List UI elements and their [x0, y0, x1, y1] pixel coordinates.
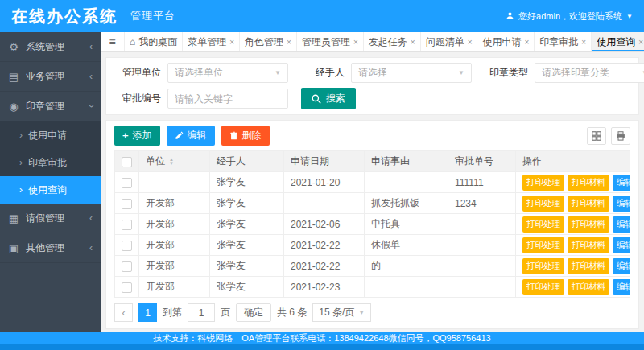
- table-row: 开发部张学友2021-02-06中托真打印处理打印材料编辑: [115, 214, 630, 235]
- chevron-down-icon: ▼: [358, 309, 365, 316]
- close-icon[interactable]: ×: [411, 38, 415, 47]
- cell-approval-no: [448, 277, 516, 298]
- cell-actions: 打印处理打印材料编辑: [516, 193, 630, 214]
- row-checkbox[interactable]: [122, 199, 132, 209]
- sidebar-item-seal-management[interactable]: ◉印章管理‹: [0, 92, 101, 121]
- sidebar-item-business-management[interactable]: ▤业务管理‹: [0, 62, 101, 92]
- search-button[interactable]: 搜索: [301, 88, 356, 109]
- row-checkbox[interactable]: [122, 241, 132, 251]
- total-count-label: 共 6 条: [277, 306, 307, 319]
- tab-menu-management[interactable]: 菜单管理×: [183, 32, 240, 51]
- tab-seal-approval[interactable]: 印章审批×: [535, 32, 592, 51]
- row-action-print-process[interactable]: 打印处理: [522, 258, 564, 274]
- unit-select[interactable]: 请选择单位 ▼: [167, 63, 288, 83]
- cell-actions: 打印处理打印材料编辑: [516, 214, 630, 235]
- columns-filter-icon[interactable]: [587, 127, 606, 145]
- tab-label: 发起任务: [369, 35, 407, 49]
- row-action-edit[interactable]: 编辑: [613, 175, 630, 191]
- user-menu[interactable]: 您好admin，欢迎登陆系统 ▼: [506, 10, 633, 23]
- row-action-print-process[interactable]: 打印处理: [522, 279, 564, 295]
- row-action-edit[interactable]: 编辑: [613, 216, 630, 233]
- sidebar-item-use-application[interactable]: ›使用申请: [0, 121, 101, 149]
- approval-no-input[interactable]: [175, 93, 281, 105]
- sidebar-subitem-label: 印章审批: [28, 156, 67, 170]
- cell-approval-no: [448, 256, 516, 277]
- table-row: 开发部张学友抓发托抓饭1234打印处理打印材料编辑: [115, 193, 630, 214]
- row-action-edit[interactable]: 编辑: [613, 237, 630, 253]
- tab-use-application[interactable]: 使用申请×: [477, 32, 535, 51]
- page-number-current[interactable]: 1: [138, 303, 157, 322]
- row-checkbox[interactable]: [122, 220, 132, 230]
- cell-unit: [139, 172, 210, 193]
- cell-apply-reason: [365, 172, 448, 193]
- user-greeting: 您好admin，欢迎登陆系统: [518, 10, 622, 23]
- sidebar-subitem-label: 使用申请: [28, 129, 67, 142]
- row-action-print-material[interactable]: 打印材料: [568, 237, 609, 253]
- select-all-checkbox[interactable]: [122, 157, 132, 167]
- tab-launch-task[interactable]: 发起任务×: [364, 32, 421, 51]
- sidebar-item-leave-management[interactable]: ▦请假管理‹: [0, 204, 101, 233]
- row-action-print-material[interactable]: 打印材料: [568, 216, 609, 233]
- cell-apply-reason: 中托真: [365, 214, 448, 235]
- sidebar-item-other-management[interactable]: ▣其他管理‹: [0, 233, 101, 263]
- jump-confirm-button[interactable]: 确定: [236, 303, 271, 322]
- row-action-edit[interactable]: 编辑: [613, 196, 630, 212]
- row-checkbox[interactable]: [122, 261, 132, 272]
- add-button[interactable]: + 添加: [114, 126, 160, 146]
- sidebar-item-label: 请假管理: [26, 212, 83, 225]
- row-action-print-process[interactable]: 打印处理: [522, 216, 564, 233]
- row-action-print-process[interactable]: 打印处理: [522, 196, 564, 212]
- row-action-print-process[interactable]: 打印处理: [522, 175, 564, 191]
- row-checkbox[interactable]: [122, 178, 132, 188]
- home-icon: ⌂: [130, 36, 135, 47]
- gear-icon: ⚙: [8, 41, 19, 53]
- chevron-down-icon: ▼: [458, 69, 464, 76]
- tab-label: 使用申请: [482, 35, 521, 49]
- delete-button[interactable]: 删除: [221, 126, 270, 146]
- cell-actions: 打印处理打印材料编辑: [516, 172, 630, 193]
- tab-use-query[interactable]: 使用查询×: [592, 32, 644, 51]
- table-row: 开发部张学友2021-02-23打印处理打印材料编辑: [115, 277, 630, 298]
- page-size-select[interactable]: 15 条/页 ▼: [312, 303, 371, 322]
- tab-admin-management[interactable]: 管理员管理×: [297, 32, 364, 51]
- edit-button[interactable]: 编辑: [167, 126, 215, 146]
- close-icon[interactable]: ×: [353, 38, 358, 47]
- close-icon[interactable]: ×: [229, 38, 234, 47]
- collapse-menu-icon[interactable]: ≡: [101, 32, 125, 51]
- close-icon[interactable]: ×: [287, 38, 291, 47]
- handler-select-placeholder: 请选择: [358, 66, 387, 80]
- row-action-print-process[interactable]: 打印处理: [522, 237, 564, 253]
- tab-role-management[interactable]: 角色管理×: [240, 32, 297, 51]
- row-action-print-material[interactable]: 打印材料: [568, 258, 609, 274]
- handler-select[interactable]: 请选择 ▼: [351, 63, 472, 83]
- filter-handler-label: 经手人: [298, 66, 345, 80]
- close-icon[interactable]: ×: [638, 38, 643, 47]
- print-icon[interactable]: [611, 127, 630, 145]
- close-icon[interactable]: ×: [468, 38, 473, 47]
- prev-page-button[interactable]: ‹: [114, 303, 133, 322]
- row-action-print-material[interactable]: 打印材料: [568, 196, 609, 212]
- sidebar-item-use-query[interactable]: ›使用查询: [0, 176, 101, 204]
- column-label: 经手人: [217, 155, 246, 167]
- row-checkbox[interactable]: [122, 282, 132, 293]
- table-toolbar: + 添加 编辑 删除: [114, 126, 630, 146]
- close-icon[interactable]: ×: [581, 38, 586, 47]
- tab-issue-list[interactable]: 问题清单×: [421, 32, 478, 51]
- sort-icon[interactable]: ▲▼: [169, 158, 174, 166]
- folder-icon: ▣: [8, 242, 19, 254]
- close-icon[interactable]: ×: [524, 38, 529, 47]
- seal-type-select[interactable]: 请选择印章分类 ▼: [535, 63, 644, 83]
- row-action-print-material[interactable]: 打印材料: [568, 175, 609, 191]
- row-action-edit[interactable]: 编辑: [613, 279, 630, 295]
- cell-handler: 张学友: [210, 235, 284, 256]
- jump-page-input[interactable]: [188, 303, 215, 322]
- row-action-print-material[interactable]: 打印材料: [568, 279, 609, 295]
- search-button-label: 搜索: [326, 92, 345, 105]
- tab-my-desktop[interactable]: ⌂我的桌面: [125, 32, 183, 51]
- row-action-edit[interactable]: 编辑: [613, 258, 630, 274]
- edit-button-label: 编辑: [188, 129, 207, 142]
- sidebar-item-seal-approval[interactable]: ›印章审批: [0, 149, 101, 176]
- sidebar-item-system-management[interactable]: ⚙系统管理‹: [0, 32, 101, 62]
- footer: 技术支持：科锐网络 OA管理平台联系电话：13849422648微信同号，QQ9…: [0, 332, 644, 350]
- approval-no-field-wrap: [167, 89, 288, 109]
